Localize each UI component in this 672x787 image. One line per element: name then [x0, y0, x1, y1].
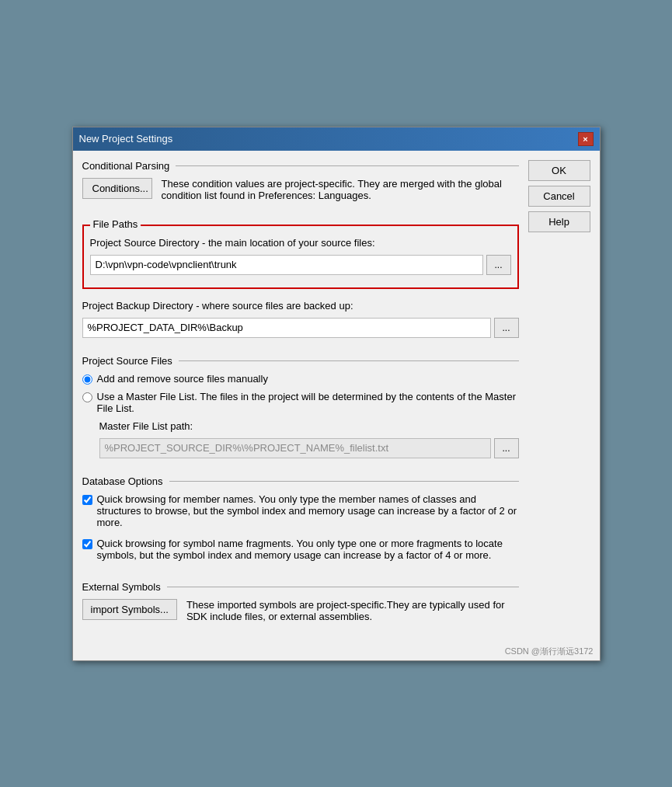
dialog-title: New Project Settings — [79, 133, 173, 145]
external-symbols-description: These imported symbols are project-speci… — [186, 599, 519, 622]
radio2-label: Use a Master File List. The files in the… — [97, 391, 519, 414]
new-project-settings-dialog: New Project Settings × Conditional Parsi… — [72, 127, 601, 661]
title-bar: New Project Settings × — [73, 127, 600, 151]
conditional-parsing-section: Conditional Parsing Conditions... These … — [82, 160, 519, 214]
backup-dir-input[interactable] — [82, 318, 491, 338]
help-button[interactable]: Help — [528, 211, 590, 232]
file-paths-legend: File Paths — [90, 218, 141, 230]
external-symbols-row: import Symbols... These imported symbols… — [82, 599, 519, 622]
project-source-files-section: Project Source Files Add and remove sour… — [82, 355, 519, 465]
side-buttons: OK Cancel Help — [528, 160, 590, 633]
master-file-input[interactable] — [99, 438, 491, 458]
project-source-files-header: Project Source Files — [82, 355, 519, 367]
master-file-label: Master File List path: — [99, 420, 519, 432]
database-options-section: Database Options Quick browsing for memb… — [82, 475, 519, 570]
external-symbols-header: External Symbols — [82, 581, 519, 593]
source-dir-browse-button[interactable]: ... — [486, 255, 511, 275]
watermark: CSDN @渐行渐远3172 — [73, 642, 600, 660]
backup-dir-section: Project Backup Directory - where source … — [82, 300, 519, 344]
conditional-parsing-description: These condition values are project-speci… — [162, 178, 519, 201]
checkbox-symbol-fragments[interactable] — [82, 539, 92, 549]
checkbox2-row: Quick browsing for symbol name fragments… — [82, 538, 519, 561]
external-symbols-section: External Symbols import Symbols... These… — [82, 581, 519, 622]
master-file-row: ... — [99, 438, 519, 458]
radio2-row: Use a Master File List. The files in the… — [82, 391, 519, 414]
radio1-label: Add and remove source files manually — [97, 373, 268, 385]
file-paths-box: File Paths Project Source Directory - th… — [82, 225, 519, 289]
conditions-button[interactable]: Conditions... — [82, 178, 152, 199]
backup-dir-row: ... — [82, 318, 519, 338]
dialog-body: Conditional Parsing Conditions... These … — [73, 151, 600, 642]
source-dir-label: Project Source Directory - the main loca… — [90, 237, 511, 249]
radio1-row: Add and remove source files manually — [82, 373, 519, 385]
database-options-header: Database Options — [82, 475, 519, 487]
checkbox2-label: Quick browsing for symbol name fragments… — [97, 538, 519, 561]
source-dir-input[interactable] — [90, 255, 483, 275]
conditional-parsing-header: Conditional Parsing — [82, 160, 519, 172]
source-dir-row: ... — [90, 255, 511, 275]
checkbox1-label: Quick browsing for member names. You onl… — [97, 493, 519, 528]
master-file-browse-button[interactable]: ... — [494, 438, 519, 458]
master-file-section: Master File List path: ... — [99, 420, 519, 458]
conditions-row: Conditions... These condition values are… — [82, 178, 519, 207]
checkbox1-row: Quick browsing for member names. You onl… — [82, 493, 519, 528]
import-symbols-button[interactable]: import Symbols... — [82, 599, 177, 620]
cancel-button[interactable]: Cancel — [528, 186, 590, 207]
backup-dir-label: Project Backup Directory - where source … — [82, 300, 519, 312]
main-content: Conditional Parsing Conditions... These … — [82, 160, 519, 633]
radio-master-file[interactable] — [82, 392, 92, 402]
radio-manual[interactable] — [82, 374, 92, 385]
ok-button[interactable]: OK — [528, 160, 590, 181]
backup-dir-browse-button[interactable]: ... — [494, 318, 519, 338]
checkbox-member-names[interactable] — [82, 495, 92, 505]
close-button[interactable]: × — [578, 132, 594, 146]
